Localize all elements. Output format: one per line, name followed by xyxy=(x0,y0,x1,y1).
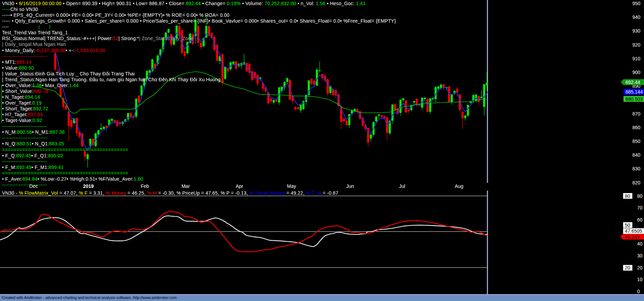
svg-text:---------------------------: --------------------------- xyxy=(2,135,47,141)
svg-text:• N_Taget:894.14: • N_Taget:894.14 xyxy=(2,94,40,100)
svg-text:820: 820 xyxy=(632,180,641,185)
svg-text:870: 870 xyxy=(632,111,641,117)
svg-text:May: May xyxy=(287,183,296,189)
svg-text:Dec: Dec xyxy=(29,183,38,189)
svg-text:• Over_Taget:0.19: • Over_Taget:0.19 xyxy=(2,100,42,106)
svg-text:• F_M:892.49• F_M1:899.41: • F_M:892.49• F_M1:899.41 xyxy=(2,165,64,170)
svg-text:• Short_Value:885.78: • Short_Value:885.78 xyxy=(2,88,49,94)
svg-text:50: 50 xyxy=(625,222,630,228)
svg-text:900: 900 xyxy=(632,70,641,75)
svg-text:• Value:880.50: • Value:880.50 xyxy=(2,65,34,71)
svg-text:---------------------------: --------------------------- xyxy=(2,182,47,188)
svg-text:80: 80 xyxy=(637,193,643,199)
svg-text:• F_Q:892.45• F_Q1:895.02: • F_Q:892.45• F_Q1:895.02 xyxy=(2,153,63,158)
svg-text:| Value_Status:Đinh Gia Tich L: | Value_Status:Đinh Gia Tich Luy _ Cho T… xyxy=(2,71,135,76)
svg-text:----: ---- xyxy=(2,24,9,29)
svg-text:860: 860 xyxy=(632,125,641,130)
svg-text:46.249: 46.249 xyxy=(625,234,640,240)
svg-text:• H7_Taget:897.93: • H7_Taget:897.93 xyxy=(2,112,43,117)
svg-text:Mar: Mar xyxy=(182,183,190,189)
svg-text:850: 850 xyxy=(632,139,641,144)
svg-text:• Short_Taget:892.72: • Short_Taget:892.72 xyxy=(2,106,48,111)
svg-text:2019: 2019 xyxy=(83,183,94,189)
svg-text:0: 0 xyxy=(637,289,640,294)
svg-text:• N_Q:880.51• N_Q1:883.05: • N_Q:880.51• N_Q1:883.05 xyxy=(2,141,64,146)
svg-text:10: 10 xyxy=(637,277,643,282)
svg-text:• MT1:885.14: • MT1:885.14 xyxy=(2,59,32,65)
svg-text:• Taget-Value:0.92: • Taget-Value:0.92 xyxy=(2,118,42,123)
svg-text:VN30 - % FlowMatrix_Vol = 47.0: VN30 - % FlowMatrix_Vol = 47.07, % F = 3… xyxy=(2,190,338,196)
svg-text:| Daily_singal:Mua Ngan Han: | Daily_singal:Mua Ngan Han xyxy=(2,41,66,47)
svg-text:• N_M:880.56• N_M1:887.38: • N_M:880.56• N_M1:887.38 xyxy=(2,129,65,135)
svg-text:Apr: Apr xyxy=(236,183,243,189)
svg-text:• F_Aver:894.84• %Low:-0.27• %: • F_Aver:894.84• %Low:-0.27• %High:0.51•… xyxy=(2,176,143,182)
svg-text:• Money_Daily:-6,237,360.00• +: • Money_Daily:-6,237,360.00• +-:-1,593,0… xyxy=(2,48,105,53)
svg-text:Feb: Feb xyxy=(141,183,149,189)
svg-text:910: 910 xyxy=(632,56,641,61)
svg-text:885.144: 885.144 xyxy=(626,89,643,95)
svg-text:----- • Qtrly_Earings_Growth=: ----- • Qtrly_Earings_Growth= 0.000 • Sa… xyxy=(2,18,396,24)
svg-text:47.6505: 47.6505 xyxy=(625,228,642,234)
svg-text:-----Chi so VN30: -----Chi so VN30 xyxy=(2,7,38,12)
svg-text:20: 20 xyxy=(625,265,630,270)
svg-text:40: 40 xyxy=(637,241,643,246)
svg-text:• Over_Value:1.36• Max_Over:1.: • Over_Value:1.36• Max_Over:1.44 xyxy=(2,83,79,88)
svg-text:VN30 • 8/16/2019 00:00:00 • Op: VN30 • 8/16/2019 00:00:00 • Open= 890.39… xyxy=(2,1,366,6)
svg-text:60: 60 xyxy=(637,217,643,222)
svg-text:Jun: Jun xyxy=(346,183,354,189)
svg-text:80: 80 xyxy=(625,193,630,199)
svg-text:880.503: 880.503 xyxy=(626,96,643,102)
svg-text:840: 840 xyxy=(632,152,641,158)
svg-text:==============================: ========================================… xyxy=(2,170,128,176)
svg-text:Jul: Jul xyxy=(399,183,405,189)
svg-text:Created with AmiBroker - advan: Created with AmiBroker - advanced charti… xyxy=(2,296,177,300)
svg-text:RSI_Status:Normal| TREND_Statu: RSI_Status:Normal| TREND_Status:-#+++| P… xyxy=(2,36,194,41)
svg-text:920: 920 xyxy=(632,42,641,48)
svg-text:---------------------------: --------------------------- xyxy=(2,123,47,129)
svg-text:950: 950 xyxy=(632,1,641,6)
svg-text:---------------------------: --------------------------- xyxy=(2,159,47,164)
svg-text:930: 930 xyxy=(632,28,641,34)
svg-text:830: 830 xyxy=(632,166,641,171)
svg-text:Aug: Aug xyxy=(455,183,463,189)
svg-text:20: 20 xyxy=(637,265,643,270)
svg-text:==============================: ========================================… xyxy=(2,147,128,153)
svg-text:Test_Trend:Vao Trend Tang_1: Test_Trend:Vao Trend Tang_1 xyxy=(2,30,68,35)
svg-text:-----• EPS_4Q_Current= 0.000•: -----• EPS_4Q_Current= 0.000• PE= 0.00• … xyxy=(2,12,230,18)
svg-text:892.44: 892.44 xyxy=(626,80,640,85)
svg-text:70: 70 xyxy=(637,205,643,210)
svg-text:---------------------------: --------------------------- xyxy=(2,53,47,59)
svg-text:| Trend_Status:Ngan Han Tang T: | Trend_Status:Ngan Han Tang Truong. Đâu… xyxy=(2,77,221,82)
svg-text:940: 940 xyxy=(632,14,641,20)
svg-text:30: 30 xyxy=(637,253,643,258)
